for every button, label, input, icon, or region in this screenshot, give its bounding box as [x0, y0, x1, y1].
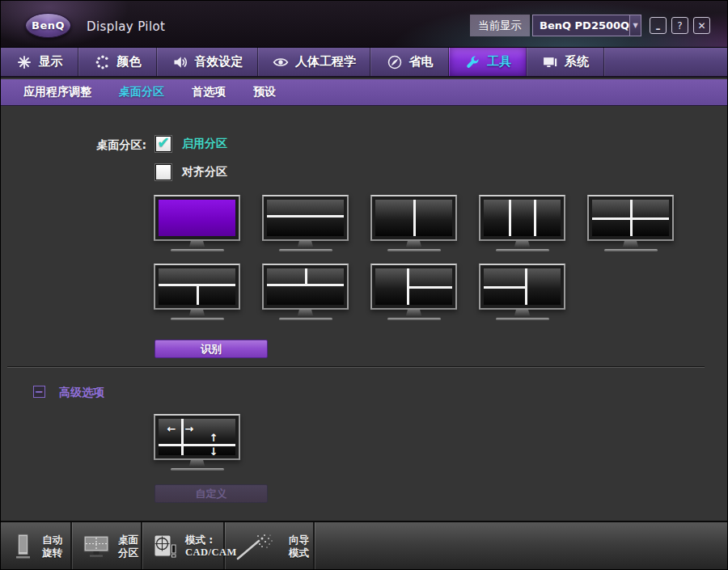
monitor-frame	[587, 195, 674, 241]
advanced-collapse-toggle[interactable]: −	[33, 386, 45, 398]
monitor-screen	[267, 268, 344, 305]
sub-nav: 应用程序调整桌面分区首选项预设	[1, 79, 728, 106]
monitor-frame	[262, 264, 349, 310]
toolbar-模式CAD-CAM[interactable]: 模式 :CAD/CAM	[142, 522, 225, 570]
checkbox-启用分区[interactable]: ✔启用分区	[155, 136, 227, 152]
monitor-screen	[484, 200, 561, 236]
eye-icon	[273, 54, 289, 70]
mode-icon	[152, 533, 178, 560]
tab-显示[interactable]: 显示	[1, 48, 78, 76]
checkbox-对齐分区[interactable]: 对齐分区	[155, 164, 227, 180]
desktop-partition-section-label: 桌面分区:	[66, 138, 146, 153]
monitor-stand	[298, 241, 314, 248]
layout-thumbnail-grid-2x2[interactable]	[587, 195, 674, 251]
toolbar-桌面分区[interactable]: 桌面分区	[72, 522, 142, 570]
layout-thumbnail-left-split-right-full[interactable]	[479, 264, 565, 320]
layout-thumbnail-left-full-right-split[interactable]	[370, 264, 457, 320]
benq-logo-text: BenQ	[32, 19, 65, 32]
layout-thumbnail-split-2-rows[interactable]	[262, 195, 349, 251]
monitor-frame	[479, 264, 565, 310]
monitor-screen	[159, 200, 235, 236]
content-area: 桌面分区: ✔启用分区对齐分区 识别 − 高级选项 ←→↑↓ 自定义	[1, 107, 728, 521]
partition-line	[484, 286, 526, 289]
minimize-icon: –	[656, 23, 661, 35]
minus-icon: −	[35, 386, 44, 398]
monitor-frame	[370, 264, 457, 310]
tab-颜色[interactable]: 颜色	[78, 48, 157, 76]
monitor-frame	[154, 195, 240, 241]
color-dots-icon	[95, 54, 111, 70]
resize-arrow-icon: ←	[167, 424, 176, 434]
tab-label: 工具	[487, 54, 511, 70]
customize-button[interactable]: 自定义	[154, 484, 268, 503]
tab-label: 人体工程学	[295, 54, 356, 70]
identify-button[interactable]: 识别	[154, 340, 268, 358]
display-select-dropdown[interactable]: BenQ PD2500Q ▼	[532, 15, 641, 36]
monitor-base	[496, 318, 549, 320]
help-button[interactable]: ?	[671, 17, 688, 34]
monitor-screen	[159, 268, 235, 305]
monitor-screen	[267, 200, 344, 236]
partition-line	[305, 268, 307, 285]
partition-line	[197, 285, 199, 305]
window-controls: –?✕	[650, 17, 710, 34]
help-icon: ?	[677, 20, 682, 32]
partition-line	[181, 419, 184, 455]
subtab-应用程序调整[interactable]: 应用程序调整	[23, 85, 91, 99]
system-icon	[542, 54, 558, 70]
monitor-stand	[514, 310, 531, 317]
monitor-stand	[406, 241, 422, 248]
layout-thumbnail-top-full-bottom-split[interactable]	[154, 264, 240, 320]
desktop-partition-icon	[82, 533, 111, 560]
resize-arrow-icon: ↓	[210, 446, 218, 455]
tab-人体工程学[interactable]: 人体工程学	[258, 48, 370, 76]
toolbar-item-label: 桌面分区	[118, 534, 138, 559]
tab-省电[interactable]: 省电	[370, 48, 449, 76]
minimize-button[interactable]: –	[650, 17, 667, 34]
subtab-桌面分区[interactable]: 桌面分区	[119, 85, 164, 99]
advanced-options-label: 高级选项	[59, 386, 104, 400]
close-button[interactable]: ✕	[693, 17, 710, 34]
layout-thumbnail-split-3-columns[interactable]	[479, 195, 565, 251]
tab-label: 显示	[39, 54, 63, 70]
tab-系统[interactable]: 系统	[527, 48, 604, 76]
checkbox-unchecked[interactable]	[155, 164, 171, 180]
layout-thumbnail-custom-adjustable[interactable]: ←→↑↓	[154, 414, 240, 471]
toolbar-item-label: 自动旋转	[42, 534, 62, 559]
monitor-base	[279, 318, 332, 320]
monitor-stand	[189, 241, 205, 248]
layout-thumbnail-top-split-bottom-full[interactable]	[262, 264, 349, 320]
toolbar-向导模式[interactable]: 向导模式	[225, 522, 315, 570]
current-display-group: 当前显示 BenQ PD2500Q ▼	[470, 15, 641, 36]
subtab-预设[interactable]: 预设	[253, 85, 276, 99]
checkmark-icon: ✔	[157, 133, 170, 151]
checkbox-label: 对齐分区	[182, 165, 227, 179]
monitor-stand	[623, 241, 639, 248]
monitor-base	[387, 249, 441, 251]
subtab-首选项[interactable]: 首选项	[192, 85, 226, 99]
monitor-base	[171, 468, 224, 471]
partition-line	[630, 200, 633, 236]
close-icon: ✕	[697, 20, 705, 32]
monitor-frame	[154, 264, 240, 310]
monitor-base	[496, 249, 549, 251]
checkbox-checked[interactable]: ✔	[155, 136, 171, 152]
checkbox-label: 启用分区	[182, 137, 227, 151]
resize-arrow-icon: →	[184, 424, 193, 434]
monitor-base	[387, 318, 441, 320]
chevron-down-icon[interactable]: ▼	[629, 15, 641, 36]
nav-filler	[604, 48, 728, 76]
tab-音效设定[interactable]: 音效设定	[157, 48, 258, 76]
layout-thumbnail-split-2-columns[interactable]	[370, 195, 457, 251]
tab-工具[interactable]: 工具	[449, 48, 527, 76]
titlebar: BenQ Display Pilot 当前显示 BenQ PD2500Q ▼ –…	[1, 1, 728, 48]
layout-thumbnail-fullscreen[interactable]	[154, 195, 240, 251]
wizard-icon	[235, 532, 281, 561]
monitor-screen	[592, 200, 669, 236]
app-window: BenQ Display Pilot 当前显示 BenQ PD2500Q ▼ –…	[0, 0, 728, 570]
monitor-base	[171, 249, 224, 251]
display-select-value: BenQ PD2500Q	[533, 19, 629, 32]
toolbar-自动旋转[interactable]: 自动旋转	[1, 522, 72, 570]
monitor-frame	[262, 195, 349, 241]
tab-label: 颜色	[117, 54, 142, 70]
